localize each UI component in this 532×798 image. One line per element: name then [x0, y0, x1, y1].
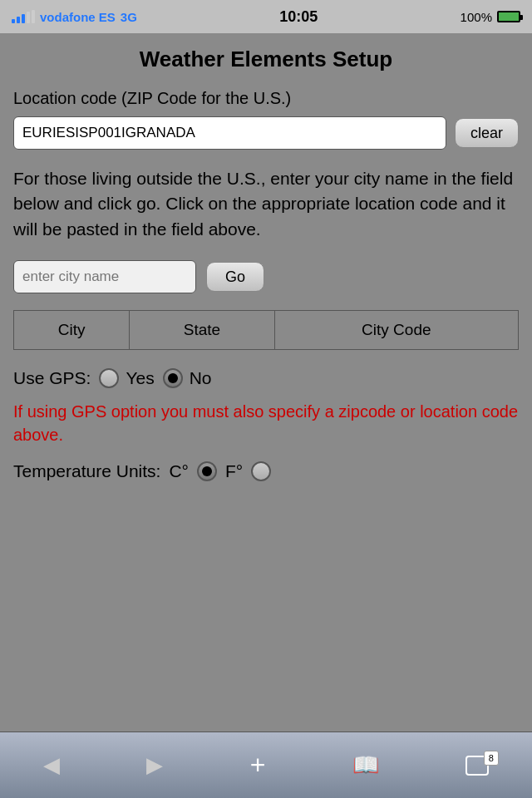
clear-button[interactable]: clear — [455, 118, 519, 148]
col-state: State — [130, 311, 275, 350]
temp-label: Temperature Units: — [13, 461, 160, 481]
temp-f-label: F° — [225, 461, 243, 481]
gps-no-radio[interactable] — [163, 368, 183, 388]
forward-button[interactable]: ▶ — [133, 746, 176, 785]
tabs-badge: 8 — [484, 751, 499, 766]
temp-f-radio[interactable] — [251, 461, 271, 481]
signal-icon — [12, 10, 35, 23]
toolbar: ◀ ▶ + 📖 8 — [0, 732, 532, 798]
gps-yes-radio[interactable] — [99, 368, 119, 388]
gps-no-label: No — [190, 368, 212, 388]
col-city: City — [14, 311, 130, 350]
back-button[interactable]: ◀ — [30, 746, 73, 785]
gps-no-group: No — [163, 368, 212, 388]
carrier-label: vodafone ES — [40, 10, 116, 24]
go-button[interactable]: Go — [206, 262, 264, 292]
forward-icon: ▶ — [146, 752, 163, 778]
tabs-button[interactable]: 8 — [452, 749, 502, 782]
status-right: 100% — [461, 10, 520, 24]
gps-warning: If using GPS option you must also specif… — [13, 400, 519, 446]
bookmarks-icon: 📖 — [352, 752, 379, 778]
status-left: vodafone ES 3G — [12, 10, 137, 24]
battery-icon — [497, 11, 520, 22]
time-label: 10:05 — [279, 8, 318, 26]
plus-icon: + — [250, 750, 266, 781]
col-city-code: City Code — [274, 311, 518, 350]
gps-yes-group: Yes — [99, 368, 154, 388]
network-label: 3G — [121, 10, 137, 24]
temp-row: Temperature Units: C° F° — [13, 461, 519, 481]
add-button[interactable]: + — [237, 743, 279, 787]
temp-c-label: C° — [169, 461, 189, 481]
status-bar: vodafone ES 3G 10:05 100% — [0, 0, 532, 33]
bookmarks-button[interactable]: 📖 — [339, 746, 392, 785]
battery-percent: 100% — [461, 10, 492, 24]
back-icon: ◀ — [43, 752, 60, 778]
page-title: Weather Elements Setup — [13, 47, 519, 72]
temp-c-radio[interactable] — [197, 461, 217, 481]
gps-label: Use GPS: — [13, 368, 91, 388]
gps-yes-label: Yes — [126, 368, 154, 388]
location-label: Location code (ZIP Code for the U.S.) — [13, 89, 519, 108]
description-text: For those living outside the U.S., enter… — [13, 166, 519, 242]
location-row: clear — [13, 116, 519, 150]
main-content: Weather Elements Setup Location code (ZI… — [0, 33, 532, 732]
city-search-input[interactable] — [13, 260, 196, 293]
results-table: City State City Code — [13, 310, 519, 350]
location-input[interactable] — [13, 116, 446, 150]
gps-row: Use GPS: Yes No — [13, 368, 519, 388]
city-search-row: Go — [13, 260, 519, 293]
